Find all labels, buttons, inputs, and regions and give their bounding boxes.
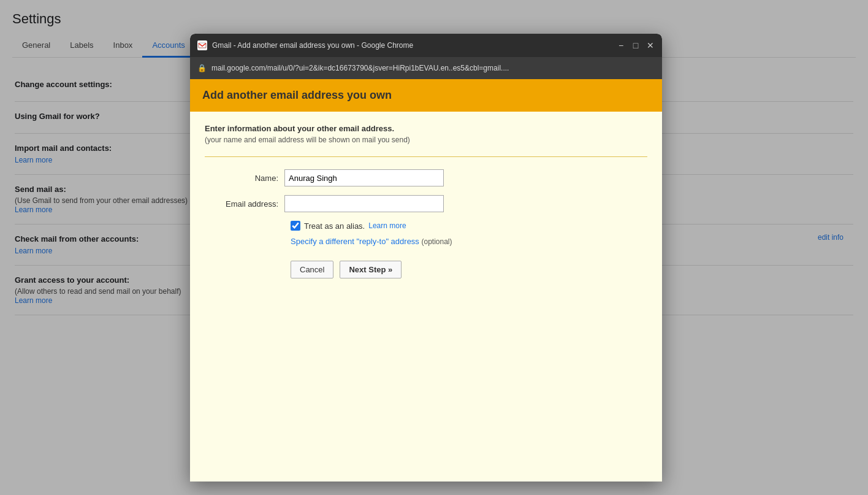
dialog-divider <box>205 156 647 157</box>
chrome-addressbar: 🔒 mail.google.com/mail/u/0/?ui=2&ik=dc16… <box>190 57 662 79</box>
checkbox-row: Treat as an alias. Learn more <box>291 221 647 231</box>
close-button[interactable]: ✕ <box>646 41 655 50</box>
name-label: Name: <box>205 174 284 183</box>
minimize-button[interactable]: − <box>617 41 625 50</box>
address-url[interactable]: mail.google.com/mail/u/0/?ui=2&ik=dc1667… <box>211 64 655 72</box>
chrome-title: Gmail - Add another email address you ow… <box>212 41 612 50</box>
name-input[interactable] <box>284 169 444 186</box>
svg-rect-0 <box>197 40 207 50</box>
dialog-header: Add another email address you own <box>190 79 662 112</box>
alias-label: Treat as an alias. <box>304 221 365 231</box>
lock-icon: 🔒 <box>197 64 207 72</box>
gmail-favicon <box>197 40 207 50</box>
settings-page: Settings General Labels Inbox Accounts F… <box>0 0 868 495</box>
next-step-button[interactable]: Next Step » <box>340 261 402 278</box>
learn-more-alias[interactable]: Learn more <box>368 221 406 230</box>
maximize-button[interactable]: □ <box>631 41 640 50</box>
dialog-subtitle: Enter information about your other email… <box>205 124 647 133</box>
chrome-controls: − □ ✕ <box>617 41 655 50</box>
chrome-titlebar: Gmail - Add another email address you ow… <box>190 34 662 57</box>
chrome-content: Add another email address you own Enter … <box>190 79 662 482</box>
alias-checkbox[interactable] <box>291 221 300 231</box>
reply-to-link[interactable]: Specify a different "reply-to" address <box>291 237 419 246</box>
name-row: Name: <box>205 169 647 186</box>
cancel-button[interactable]: Cancel <box>291 261 333 278</box>
dialog-body: Enter information about your other email… <box>190 112 662 482</box>
email-row: Email address: <box>205 195 647 212</box>
dialog-subtitle-desc: (your name and email address will be sho… <box>205 136 647 144</box>
dialog-title: Add another email address you own <box>202 89 650 102</box>
reply-to-optional-text: (optional) <box>422 237 452 246</box>
email-input[interactable] <box>284 195 444 212</box>
email-label: Email address: <box>205 199 284 209</box>
reply-to-row: Specify a different "reply-to" address (… <box>291 237 647 246</box>
dialog-actions: Cancel Next Step » <box>291 261 647 278</box>
chrome-window: Gmail - Add another email address you ow… <box>190 34 662 482</box>
dialog-container: Add another email address you own Enter … <box>190 79 662 482</box>
